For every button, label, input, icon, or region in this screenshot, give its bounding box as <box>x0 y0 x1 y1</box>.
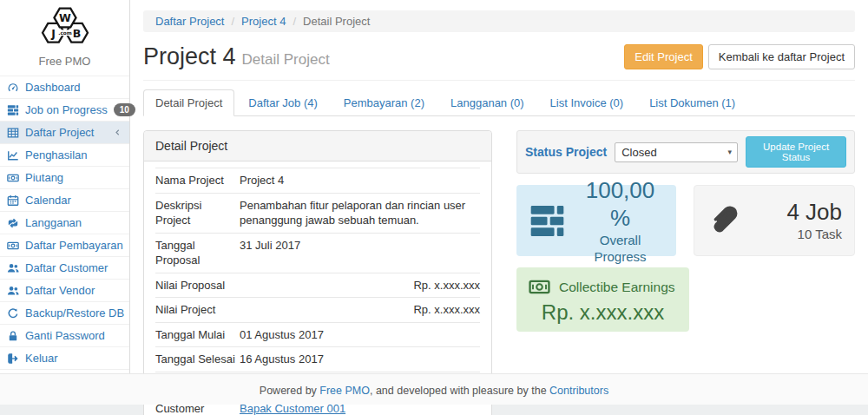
earnings-row: Collectibe Earnings Rp. x.xxx.xxx <box>516 267 855 332</box>
detail-label: Tanggal Selesai <box>155 352 240 367</box>
breadcrumb: Daftar ProjectProject 4Detail Project <box>143 10 855 32</box>
status-select[interactable]: Closed <box>615 142 738 162</box>
tab-bar: Detail ProjectDaftar Job (4)Pembayaran (… <box>143 89 855 116</box>
tab-list-dokumen-1[interactable]: List Dokumen (1) <box>637 89 747 116</box>
tab-pembayaran-2[interactable]: Pembayaran (2) <box>332 89 437 116</box>
update-status-button[interactable]: Update Project Status <box>746 136 846 168</box>
content-row: Detail Project Nama ProjectProject 4Desk… <box>143 130 855 415</box>
logo-domain: .com <box>58 30 72 36</box>
detail-value: Project 4 <box>240 173 480 188</box>
logo-letter-j: J <box>50 27 56 40</box>
job-count: 4 Job <box>752 198 842 227</box>
detail-row-deskripsi-project: Deskripsi ProjectPenambahan fitur pelapo… <box>155 193 480 233</box>
sidebar: J W B .com Free PMO DashboardJob on Prog… <box>0 0 130 373</box>
dashboard-icon <box>7 82 19 94</box>
tasks-icon <box>7 104 19 116</box>
detail-label: Nilai Proposal <box>155 278 240 293</box>
status-select-wrap: Closed <box>615 142 738 162</box>
lock-icon <box>7 330 19 342</box>
detail-value: 31 Juli 2017 <box>240 238 480 268</box>
sidebar-item-label: Daftar Customer <box>25 261 108 274</box>
paperclip-icon <box>707 203 741 238</box>
breadcrumb-daftar-project[interactable]: Daftar Project <box>155 15 224 28</box>
detail-row-nilai-project: Nilai ProjectRp. x.xxx.xxx <box>155 297 480 322</box>
sidebar-item-daftar-vendor[interactable]: Daftar Vendor <box>0 279 129 301</box>
sidebar-item-langganan[interactable]: Langganan <box>0 211 129 234</box>
sidebar-item-label: Keluar <box>25 352 58 365</box>
footer-link-contributors[interactable]: Contributors <box>549 385 608 397</box>
tab-daftar-job-4[interactable]: Daftar Job (4) <box>236 89 329 116</box>
tab-list-invoice-0[interactable]: List Invoice (0) <box>538 89 636 116</box>
calendar-icon <box>7 194 19 207</box>
breadcrumb-detail-project: Detail Project <box>286 15 370 28</box>
task-count: 10 Task <box>752 227 842 243</box>
detail-label: Nilai Project <box>155 302 240 318</box>
sidebar-item-label: Daftar Project <box>25 126 94 139</box>
sidebar-item-label: Ganti Password <box>25 329 105 342</box>
sidebar-menu: DashboardJob on Progress10Daftar Project… <box>0 76 129 370</box>
sidebar-item-job-on-progress[interactable]: Job on Progress10 <box>0 98 129 121</box>
tab-langganan-0[interactable]: Langganan (0) <box>438 89 536 116</box>
detail-project-panel: Detail Project Nama ProjectProject 4Desk… <box>143 130 492 415</box>
sidebar-item-label: Langganan <box>25 216 82 229</box>
sidebar-item-backup-restore-db[interactable]: Backup/Restore DB <box>0 301 129 324</box>
money-icon <box>7 172 19 184</box>
content-wrap: J W B .com Free PMO DashboardJob on Prog… <box>0 0 868 373</box>
sidebar-item-label: Calendar <box>25 194 71 207</box>
progress-label: Overall Progress <box>576 233 664 266</box>
sidebar-item-label: Backup/Restore DB <box>25 306 124 319</box>
main-content: Daftar ProjectProject 4Detail Project Pr… <box>130 0 868 373</box>
sidebar-item-daftar-project[interactable]: Daftar Project <box>0 121 129 143</box>
header-buttons: Edit Project Kembali ke daftar Project <box>624 44 855 69</box>
page-header: Project 4Detail Project Edit Project Kem… <box>143 32 855 81</box>
detail-row-tanggal-mulai: Tanggal Mulai01 Agustus 2017 <box>155 322 480 347</box>
detail-value: Penambahan fitur pelaporan dan rincian u… <box>240 198 480 228</box>
detail-row-tanggal-proposal: Tanggal Proposal31 Juli 2017 <box>155 233 480 273</box>
spacer <box>707 267 855 332</box>
chevron-left-icon <box>113 128 122 137</box>
sidebar-item-piutang[interactable]: Piutang <box>0 166 129 188</box>
detail-row-tanggal-selesai: Tanggal Selesai16 Agustus 2017 <box>155 346 480 372</box>
sidebar-item-ganti-password[interactable]: Ganti Password <box>0 324 129 346</box>
job-count-card: 4 Job 10 Task <box>694 185 855 256</box>
users-icon <box>7 262 19 274</box>
back-to-list-button[interactable]: Kembali ke daftar Project <box>708 44 855 69</box>
detail-row-nama-project: Nama ProjectProject 4 <box>155 168 480 193</box>
users-icon <box>7 285 19 297</box>
page-title: Project 4 <box>143 43 236 69</box>
sidebar-item-dashboard[interactable]: Dashboard <box>0 76 129 98</box>
detail-label: Deskripsi Project <box>155 198 240 228</box>
detail-value: Rp. x.xxx.xxx <box>240 302 480 318</box>
line-chart-icon <box>7 149 19 161</box>
job-text: 4 Job 10 Task <box>752 198 842 242</box>
tab-detail-project[interactable]: Detail Project <box>143 89 234 116</box>
table-icon <box>7 127 19 139</box>
retweet-icon <box>7 217 19 229</box>
refresh-icon <box>7 307 19 319</box>
sidebar-item-label: Piutang <box>25 171 63 184</box>
breadcrumb-project-4[interactable]: Project 4 <box>224 15 286 28</box>
right-column: Status Project Closed Update Project Sta… <box>516 130 855 415</box>
sidebar-item-label: Penghasilan <box>25 148 88 161</box>
footer-link-free-pmo[interactable]: Free PMO <box>319 385 370 397</box>
app-name: Free PMO <box>0 52 129 76</box>
sidebar-item-daftar-pembayaran[interactable]: Daftar Pembayaran <box>0 234 129 256</box>
overall-progress-card: 100,00 % Overall Progress <box>516 185 676 256</box>
detail-label: Tanggal Proposal <box>155 238 240 268</box>
earnings-value: Rp. x.xxx.xxx <box>529 300 677 325</box>
detail-value: 01 Agustus 2017 <box>240 327 480 343</box>
edit-project-button[interactable]: Edit Project <box>624 44 702 69</box>
sidebar-item-keluar[interactable]: Keluar <box>0 346 129 370</box>
status-project-well: Status Project Closed Update Project Sta… <box>516 130 855 174</box>
logo-letter-b: B <box>72 27 81 40</box>
sidebar-item-penghasilan[interactable]: Penghasilan <box>0 143 129 166</box>
sidebar-item-calendar[interactable]: Calendar <box>0 188 129 211</box>
detail-label: Tanggal Mulai <box>155 327 240 343</box>
footer-text-middle: , and developed with pleasure by the <box>370 385 549 397</box>
collectible-earnings-card: Collectibe Earnings Rp. x.xxx.xxx <box>516 267 689 332</box>
earnings-label: Collectibe Earnings <box>559 280 675 295</box>
detail-value: 16 Agustus 2017 <box>240 352 480 367</box>
sidebar-item-daftar-customer[interactable]: Daftar Customer <box>0 256 129 279</box>
earnings-header: Collectibe Earnings <box>529 276 677 298</box>
logo-letter-w: W <box>59 11 71 24</box>
